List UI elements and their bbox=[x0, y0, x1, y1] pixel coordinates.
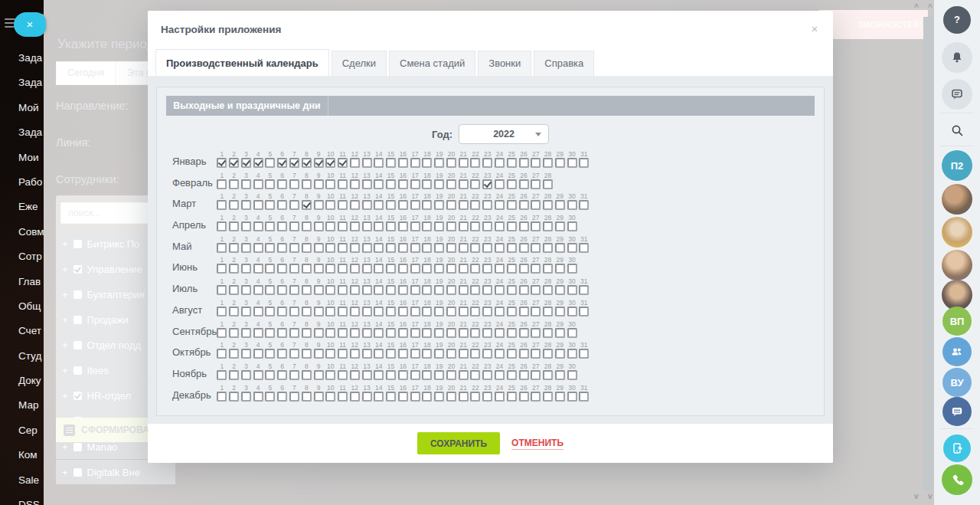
day-checkbox[interactable] bbox=[579, 200, 589, 210]
day-checkbox[interactable] bbox=[374, 200, 384, 210]
day-checkbox[interactable] bbox=[289, 221, 299, 231]
day-checkbox[interactable] bbox=[459, 158, 469, 168]
group-chat-icon[interactable] bbox=[942, 397, 972, 426]
day-checkbox[interactable] bbox=[217, 158, 227, 168]
day-checkbox[interactable] bbox=[482, 179, 492, 189]
day-checkbox[interactable] bbox=[543, 392, 553, 402]
day-checkbox[interactable] bbox=[350, 221, 360, 231]
day-checkbox[interactable] bbox=[314, 179, 324, 189]
day-checkbox[interactable] bbox=[459, 179, 469, 189]
day-checkbox[interactable] bbox=[314, 221, 324, 231]
day-checkbox[interactable] bbox=[386, 243, 396, 253]
day-checkbox[interactable] bbox=[265, 179, 275, 189]
day-checkbox[interactable] bbox=[446, 285, 456, 295]
day-checkbox[interactable] bbox=[422, 158, 432, 168]
day-checkbox[interactable] bbox=[217, 328, 227, 338]
day-checkbox[interactable] bbox=[459, 285, 469, 295]
tab-active[interactable]: Производственный календарь bbox=[155, 49, 329, 76]
day-checkbox[interactable] bbox=[555, 307, 565, 316]
day-checkbox[interactable] bbox=[229, 370, 239, 380]
day-checkbox[interactable] bbox=[314, 200, 324, 210]
day-checkbox[interactable] bbox=[325, 179, 335, 189]
day-checkbox[interactable] bbox=[519, 243, 529, 253]
day-checkbox[interactable] bbox=[265, 285, 275, 295]
day-checkbox[interactable] bbox=[265, 264, 275, 274]
day-checkbox[interactable] bbox=[398, 349, 408, 359]
day-checkbox[interactable] bbox=[386, 307, 396, 316]
day-checkbox[interactable] bbox=[531, 285, 541, 295]
day-checkbox[interactable] bbox=[374, 285, 384, 295]
scroll-up-icon[interactable]: ^ bbox=[928, 3, 933, 11]
day-checkbox[interactable] bbox=[253, 285, 263, 295]
day-checkbox[interactable] bbox=[507, 285, 517, 295]
day-checkbox[interactable] bbox=[398, 179, 408, 189]
day-checkbox[interactable] bbox=[495, 200, 505, 210]
day-checkbox[interactable] bbox=[241, 264, 251, 274]
day-checkbox[interactable] bbox=[314, 285, 324, 295]
day-checkbox[interactable] bbox=[519, 392, 529, 402]
day-checkbox[interactable] bbox=[543, 221, 553, 231]
day-checkbox[interactable] bbox=[579, 285, 589, 295]
day-checkbox[interactable] bbox=[241, 158, 251, 168]
phone-call-icon[interactable] bbox=[942, 464, 972, 495]
cancel-button[interactable]: ОТМЕНИТЬ bbox=[511, 437, 564, 450]
day-checkbox[interactable] bbox=[253, 370, 263, 380]
day-checkbox[interactable] bbox=[482, 264, 492, 274]
avatar-p2[interactable]: П2 bbox=[942, 150, 972, 181]
day-checkbox[interactable] bbox=[470, 370, 480, 380]
day-checkbox[interactable] bbox=[338, 328, 348, 338]
day-checkbox[interactable] bbox=[374, 328, 384, 338]
day-checkbox[interactable] bbox=[507, 179, 517, 189]
day-checkbox[interactable] bbox=[470, 349, 480, 359]
day-checkbox[interactable] bbox=[217, 200, 227, 210]
day-checkbox[interactable] bbox=[579, 307, 589, 316]
day-checkbox[interactable] bbox=[362, 264, 372, 274]
day-checkbox[interactable] bbox=[482, 392, 492, 402]
day-checkbox[interactable] bbox=[555, 392, 565, 402]
day-checkbox[interactable] bbox=[482, 328, 492, 338]
avatar-vu[interactable]: ВУ bbox=[942, 368, 972, 397]
day-checkbox[interactable] bbox=[374, 392, 384, 402]
day-checkbox[interactable] bbox=[434, 200, 444, 210]
day-checkbox[interactable] bbox=[289, 264, 299, 274]
day-checkbox[interactable] bbox=[338, 243, 348, 253]
day-checkbox[interactable] bbox=[410, 285, 420, 295]
day-checkbox[interactable] bbox=[446, 179, 456, 189]
day-checkbox[interactable] bbox=[277, 370, 287, 380]
day-checkbox[interactable] bbox=[217, 285, 227, 295]
day-checkbox[interactable] bbox=[519, 200, 529, 210]
day-checkbox[interactable] bbox=[217, 264, 227, 274]
day-checkbox[interactable] bbox=[495, 349, 505, 359]
page-scrollbar[interactable] bbox=[923, 17, 933, 490]
day-checkbox[interactable] bbox=[543, 349, 553, 359]
day-checkbox[interactable] bbox=[495, 328, 505, 338]
day-checkbox[interactable] bbox=[314, 158, 324, 168]
day-checkbox[interactable] bbox=[446, 200, 456, 210]
tab-inactive[interactable]: Звонки bbox=[478, 51, 531, 76]
day-checkbox[interactable] bbox=[519, 328, 529, 338]
day-checkbox[interactable] bbox=[398, 200, 408, 210]
day-checkbox[interactable] bbox=[507, 264, 517, 274]
day-checkbox[interactable] bbox=[507, 370, 517, 380]
day-checkbox[interactable] bbox=[350, 158, 360, 168]
notifications-bell-icon[interactable] bbox=[942, 42, 972, 73]
day-checkbox[interactable] bbox=[325, 264, 335, 274]
day-checkbox[interactable] bbox=[314, 243, 324, 253]
sidebar-menu-item[interactable]: Sale bbox=[18, 468, 44, 493]
day-checkbox[interactable] bbox=[543, 158, 553, 168]
day-checkbox[interactable] bbox=[253, 221, 263, 231]
day-checkbox[interactable] bbox=[229, 349, 239, 359]
day-checkbox[interactable] bbox=[470, 264, 480, 274]
day-checkbox[interactable] bbox=[229, 200, 239, 210]
day-checkbox[interactable] bbox=[338, 264, 348, 274]
day-checkbox[interactable] bbox=[482, 370, 492, 380]
day-checkbox[interactable] bbox=[374, 349, 384, 359]
day-checkbox[interactable] bbox=[470, 200, 480, 210]
day-checkbox[interactable] bbox=[519, 307, 529, 316]
day-checkbox[interactable] bbox=[470, 221, 480, 231]
day-checkbox[interactable] bbox=[302, 328, 312, 338]
day-checkbox[interactable] bbox=[277, 179, 287, 189]
day-checkbox[interactable] bbox=[386, 349, 396, 359]
day-checkbox[interactable] bbox=[289, 392, 299, 402]
day-checkbox[interactable] bbox=[531, 328, 541, 338]
